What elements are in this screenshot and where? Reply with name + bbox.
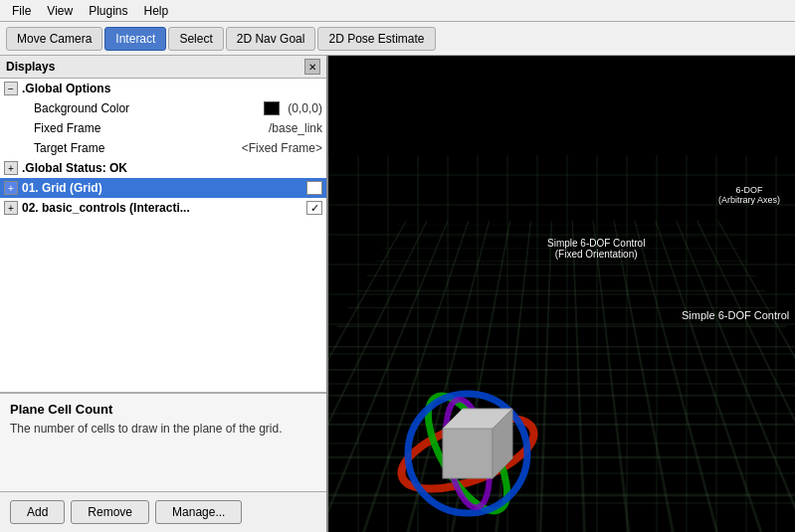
grid-label: 01. Grid (Grid) (18, 181, 302, 195)
expand-basic-controls[interactable]: + (4, 201, 18, 215)
manage-button[interactable]: Manage... (155, 500, 242, 524)
global-options-label: .Global Options (18, 82, 322, 95)
tree-item-fixed-frame[interactable]: Fixed Frame /base_link (0, 118, 326, 138)
expand-grid[interactable]: + (4, 181, 18, 195)
target-frame-value: <Fixed Frame> (238, 141, 322, 155)
displays-title: Displays (6, 60, 55, 74)
basic-controls-checkbox[interactable]: ✓ (306, 201, 322, 215)
expand-fixed-frame (18, 121, 32, 135)
info-description: The number of cells to draw in the plane… (10, 421, 316, 438)
main-layout: Displays ✕ − .Global Options Background … (0, 56, 795, 532)
toolbar-2d-nav-goal[interactable]: 2D Nav Goal (226, 27, 316, 51)
remove-button[interactable]: Remove (71, 500, 149, 524)
info-panel: Plane Cell Count The number of cells to … (0, 393, 326, 492)
fixed-frame-label: Fixed Frame (32, 121, 265, 135)
tree-item-target-frame[interactable]: Target Frame <Fixed Frame> (0, 138, 326, 158)
basic-controls-label: 02. basic_controls (Interacti... (18, 201, 302, 215)
expand-global-options[interactable]: − (4, 82, 18, 95)
bg-color-swatch[interactable] (264, 101, 280, 115)
menu-file[interactable]: File (4, 2, 39, 20)
tree-item-basic-controls[interactable]: + 02. basic_controls (Interacti... ✓ (0, 198, 326, 218)
tree-item-grid[interactable]: + 01. Grid (Grid) ✓ (0, 178, 326, 198)
target-frame-label: Target Frame (32, 141, 238, 155)
displays-header: Displays ✕ (0, 56, 326, 79)
canvas-3d[interactable]: 6-DOF(Arbitrary Axes) Simple 6-DOF Contr… (328, 56, 795, 532)
menu-plugins[interactable]: Plugins (81, 2, 135, 20)
left-panel: Displays ✕ − .Global Options Background … (0, 56, 328, 532)
global-status-label: .Global Status: OK (18, 161, 322, 175)
menu-help[interactable]: Help (136, 2, 177, 20)
menu-bar: File View Plugins Help (0, 0, 795, 22)
bg-color-label: Background Color (32, 101, 264, 115)
menu-view[interactable]: View (39, 2, 81, 20)
tree-view: − .Global Options Background Color (0,0,… (0, 79, 326, 393)
toolbar-move-camera[interactable]: Move Camera (6, 27, 102, 51)
add-button[interactable]: Add (10, 500, 65, 524)
expand-bg-color (18, 101, 32, 115)
toolbar-2d-pose-estimate[interactable]: 2D Pose Estimate (317, 27, 435, 51)
fixed-frame-value: /base_link (265, 121, 322, 135)
grid-checkbox[interactable]: ✓ (306, 181, 322, 195)
tree-item-global-status[interactable]: + .Global Status: OK (0, 158, 326, 178)
bg-color-value: (0,0,0) (284, 101, 322, 115)
expand-global-status[interactable]: + (4, 161, 18, 175)
right-panel-3d[interactable]: 6-DOF(Arbitrary Axes) Simple 6-DOF Contr… (328, 56, 795, 532)
toolbar-select[interactable]: Select (168, 27, 223, 51)
expand-target-frame (18, 141, 32, 155)
svg-rect-32 (443, 429, 493, 478)
toolbar-interact[interactable]: Interact (104, 27, 166, 51)
toolbar: Move Camera Interact Select 2D Nav Goal … (0, 22, 795, 56)
tree-item-bg-color[interactable]: Background Color (0,0,0) (0, 98, 326, 118)
scene-svg (328, 56, 795, 532)
displays-close-button[interactable]: ✕ (304, 59, 320, 75)
bottom-buttons: Add Remove Manage... (0, 492, 326, 532)
tree-item-global-options[interactable]: − .Global Options (0, 79, 326, 98)
info-title: Plane Cell Count (10, 402, 316, 417)
